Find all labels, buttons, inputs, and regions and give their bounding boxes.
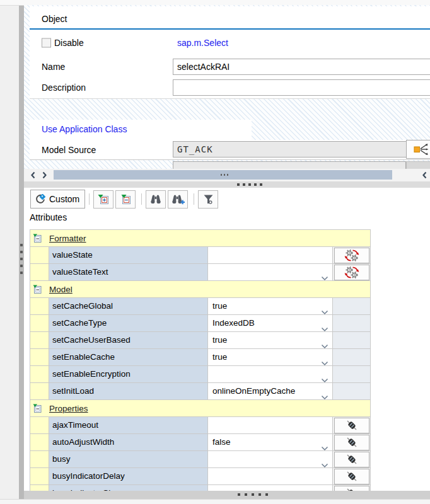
row-selector-cell[interactable] — [30, 298, 49, 315]
attribute-row: valueStateText — [30, 264, 371, 281]
attribute-row: setCacheTypeIndexedDB — [30, 315, 371, 332]
row-selector-cell[interactable] — [30, 247, 49, 264]
attribute-value-cell[interactable]: onlineOnEmptyCache — [208, 383, 333, 400]
row-selector-cell[interactable] — [30, 315, 49, 332]
group-row: Formatter — [30, 230, 371, 247]
property-bind-button[interactable] — [334, 418, 369, 433]
row-selector-cell[interactable] — [30, 264, 49, 281]
group-label[interactable]: Model — [49, 285, 73, 294]
scroll-right-button[interactable] — [40, 171, 49, 179]
scroll-left-button[interactable] — [28, 171, 37, 179]
property-bind-button[interactable] — [334, 452, 369, 467]
attribute-value-cell[interactable] — [208, 264, 333, 281]
attribute-value-cell[interactable] — [208, 468, 333, 485]
node-collapse-icon[interactable] — [33, 285, 42, 294]
chevron-down-icon[interactable] — [321, 389, 328, 406]
formatter-exchange-button[interactable] — [334, 248, 369, 263]
model-source-bind-button[interactable] — [406, 140, 430, 159]
action-cell — [333, 451, 371, 468]
disable-checkbox[interactable] — [42, 38, 51, 48]
disable-label: Disable — [54, 38, 84, 48]
object-form-panel: Object Disable sap.m.Select Name selectA… — [24, 5, 430, 169]
toolbar-separator — [89, 193, 90, 205]
name-input[interactable]: selectAckRAI — [173, 59, 430, 75]
action-cell — [333, 468, 371, 485]
row-selector-cell[interactable] — [30, 434, 49, 451]
row-selector-cell[interactable] — [30, 468, 49, 485]
exchange-icon — [344, 266, 359, 279]
attribute-value-cell[interactable] — [208, 366, 333, 383]
collapse-all-icon — [120, 194, 132, 205]
control-class-link[interactable]: sap.m.Select — [177, 38, 228, 48]
bottom-border-strip — [0, 499, 430, 504]
filter-button[interactable] — [198, 190, 218, 209]
attribute-value: onlineOnEmptyCache — [212, 386, 295, 396]
property-bind-button[interactable] — [334, 435, 369, 450]
custom-icon — [34, 194, 46, 205]
attribute-name-cell: ajaxTimeout — [49, 417, 208, 434]
description-input[interactable] — [173, 79, 430, 96]
group-row: Model — [30, 281, 371, 298]
node-collapse-icon[interactable] — [33, 234, 42, 243]
row-selector-cell[interactable] — [30, 417, 49, 434]
attribute-name-cell: setEnableEncryption — [49, 366, 208, 383]
name-row: Name selectAckRAI — [30, 56, 430, 77]
attribute-value-cell[interactable]: false — [208, 434, 333, 451]
bind-icon — [346, 419, 358, 432]
group-header: Model — [30, 281, 371, 298]
partial-next-field[interactable] — [173, 161, 406, 169]
group-label[interactable]: Properties — [49, 404, 88, 413]
custom-button[interactable]: Custom — [30, 190, 85, 209]
pane-splitter-bottom[interactable] — [24, 491, 430, 499]
binoculars-icon — [149, 194, 162, 205]
attributes-table: FormattervalueStatevalueStateTextModelse… — [30, 229, 371, 491]
attribute-row: setCacheGlobaltrue — [30, 298, 371, 315]
attribute-value-cell[interactable]: IndexedDB — [208, 315, 333, 332]
property-bind-button[interactable] — [334, 469, 369, 484]
expand-all-icon — [98, 194, 110, 205]
model-source-row: Model Source GT_ACK — [30, 140, 430, 160]
empty-action-cell — [333, 332, 371, 349]
scrollbar-thumb[interactable] — [54, 170, 392, 180]
model-source-field[interactable]: GT_ACK — [173, 141, 409, 158]
expand-all-button[interactable] — [93, 190, 113, 209]
row-selector-cell[interactable] — [30, 366, 49, 383]
chevron-down-icon[interactable] — [321, 270, 328, 287]
attribute-name-cell: autoAdjustWidth — [49, 434, 208, 451]
scroll-left-icon — [30, 171, 36, 179]
node-collapse-icon[interactable] — [33, 404, 42, 413]
attribute-value: true — [212, 352, 227, 362]
pane-scroll-left-button[interactable] — [420, 171, 429, 179]
action-cell — [333, 417, 371, 434]
empty-action-cell — [333, 349, 371, 366]
row-selector-cell[interactable] — [30, 383, 49, 400]
attribute-value-cell[interactable]: true — [208, 332, 333, 349]
description-row: Description — [30, 77, 430, 99]
use-application-class-link[interactable]: Use Application Class — [42, 124, 127, 134]
attribute-value-cell[interactable] — [208, 451, 333, 468]
collapse-all-button[interactable] — [115, 190, 136, 209]
attribute-name-cell: busyIndicatorDelay — [49, 468, 208, 485]
attribute-row: setCacheUserBasedtrue — [30, 332, 371, 349]
attribute-value-cell[interactable]: true — [208, 298, 333, 315]
attribute-value-cell[interactable]: true — [208, 349, 333, 366]
binoculars-plus-icon — [171, 194, 185, 205]
row-selector-cell[interactable] — [30, 332, 49, 349]
pane-splitter-top[interactable] — [24, 181, 430, 188]
row-selector-cell[interactable] — [30, 349, 49, 366]
action-cell — [333, 434, 371, 451]
exchange-icon — [344, 249, 359, 262]
attribute-value-cell[interactable] — [208, 417, 333, 434]
splitter-handle[interactable] — [20, 244, 23, 246]
attribute-name-cell: setCacheGlobal — [49, 298, 208, 315]
attribute-value-cell[interactable] — [208, 247, 333, 264]
formatter-exchange-button[interactable] — [334, 265, 369, 280]
group-header: Formatter — [30, 230, 371, 247]
find-next-button[interactable] — [168, 190, 188, 209]
find-button[interactable] — [146, 190, 166, 209]
empty-action-cell — [333, 366, 371, 383]
attribute-value: true — [212, 301, 227, 311]
row-selector-cell[interactable] — [30, 451, 49, 468]
partial-next-button[interactable] — [406, 161, 430, 169]
group-label[interactable]: Formatter — [49, 234, 86, 243]
